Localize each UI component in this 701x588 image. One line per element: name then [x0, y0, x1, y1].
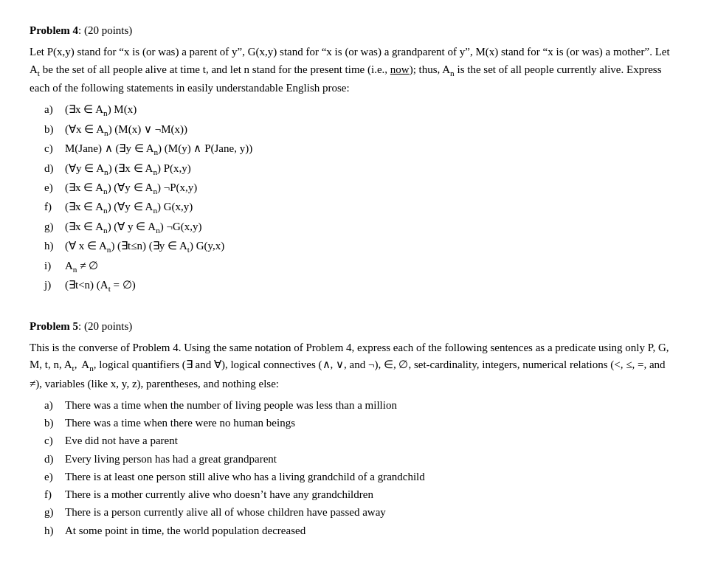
list-item: h) At some point in time, the world popu… [44, 522, 671, 539]
item-label: c) [44, 432, 65, 449]
item-label: b) [44, 121, 65, 139]
problem5-block: Problem 5: (20 points) This is the conve… [30, 318, 671, 539]
problem4-title-text: Problem 4 [30, 24, 78, 36]
list-item: j) (∃t<n) (At = ∅) [44, 277, 671, 295]
problem4-block: Problem 4: (20 points) Let P(x,y) stand … [30, 22, 671, 296]
item-content: (∃x ∈ An) (∀ y ∈ An) ¬G(x,y) [65, 218, 671, 237]
item-label: e) [44, 468, 65, 485]
problem5-points: : (20 points) [78, 320, 132, 332]
problem4-intro: Let P(x,y) stand for “x is (or was) a pa… [30, 44, 671, 97]
item-content: M(Jane) ∧ (∃y ∈ An) (M(y) ∧ P(Jane, y)) [65, 140, 671, 159]
item-content: (∀y ∈ An) (∃x ∈ An) P(x,y) [65, 160, 671, 179]
problem5-title: Problem 5 [30, 320, 78, 332]
item-label: e) [44, 179, 65, 198]
item-label: f) [44, 198, 65, 217]
list-item: i) An ≠ ∅ [44, 257, 671, 276]
problem4-intro-text2: be the set of all people alive at time t… [40, 63, 390, 75]
list-item: f) (∃x ∈ An) (∀y ∈ An) G(x,y) [44, 198, 671, 217]
problem4-intro-underline: now [390, 63, 410, 75]
list-item: e) There is at least one person still al… [44, 468, 671, 485]
item-content: Every living person has had a great gran… [65, 451, 671, 468]
item-label: b) [44, 415, 65, 432]
item-label: g) [44, 218, 65, 237]
list-item: e) (∃x ∈ An) (∀y ∈ An) ¬P(x,y) [44, 179, 671, 198]
item-label: h) [44, 522, 65, 539]
item-label: j) [44, 277, 65, 295]
list-item: c) M(Jane) ∧ (∃y ∈ An) (M(y) ∧ P(Jane, y… [44, 140, 671, 159]
problem4-intro-text3: ); thus, A [410, 63, 450, 75]
list-item: g) There is a person currently alive all… [44, 504, 671, 521]
item-content: (∀x ∈ An) (M(x) ∨ ¬M(x)) [65, 121, 671, 139]
list-item: h) (∀ x ∈ An) (∃t≤n) (∃y ∈ At) G(y,x) [44, 238, 671, 256]
list-item: g) (∃x ∈ An) (∀ y ∈ An) ¬G(x,y) [44, 218, 671, 237]
item-content: Eve did not have a parent [65, 432, 671, 449]
problem5-header: Problem 5: (20 points) [30, 318, 671, 335]
item-label: f) [44, 486, 65, 503]
item-content: (∃x ∈ An) M(x) [65, 101, 671, 120]
problem4-header: Problem 4: (20 points) [30, 22, 671, 39]
item-label: i) [44, 257, 65, 276]
problem4-list: a) (∃x ∈ An) M(x) b) (∀x ∈ An) (M(x) ∨ ¬… [44, 101, 671, 295]
list-item: a) There was a time when the number of l… [44, 397, 671, 414]
item-label: d) [44, 160, 65, 179]
list-item: b) There was a time when there were no h… [44, 415, 671, 432]
item-label: h) [44, 238, 65, 256]
item-content: There is at least one person still alive… [65, 468, 671, 485]
item-content: There is a person currently alive all of… [65, 504, 671, 521]
item-content: An ≠ ∅ [65, 257, 671, 276]
list-item: a) (∃x ∈ An) M(x) [44, 101, 671, 120]
item-content: (∃x ∈ An) (∀y ∈ An) ¬P(x,y) [65, 179, 671, 198]
item-label: a) [44, 397, 65, 414]
item-content: There was a time when the number of livi… [65, 397, 671, 414]
item-label: a) [44, 101, 65, 120]
item-content: (∀ x ∈ An) (∃t≤n) (∃y ∈ At) G(y,x) [65, 238, 671, 256]
item-label: d) [44, 451, 65, 468]
item-content: (∃x ∈ An) (∀y ∈ An) G(x,y) [65, 198, 671, 217]
list-item: d) Every living person has had a great g… [44, 451, 671, 468]
list-item: f) There is a mother currently alive who… [44, 486, 671, 503]
problem5-title-text: Problem 5 [30, 320, 78, 332]
list-item: d) (∀y ∈ An) (∃x ∈ An) P(x,y) [44, 160, 671, 179]
problem4-points: : (20 points) [78, 24, 132, 36]
item-content: (∃t<n) (At = ∅) [65, 277, 671, 295]
problem4-title: Problem 4 [30, 24, 78, 36]
item-content: There was a time when there were no huma… [65, 415, 671, 432]
item-label: g) [44, 504, 65, 521]
list-item: c) Eve did not have a parent [44, 432, 671, 449]
problem5-intro: This is the converse of Problem 4. Using… [30, 339, 671, 392]
item-content: At some point in time, the world populat… [65, 522, 671, 539]
list-item: b) (∀x ∈ An) (M(x) ∨ ¬M(x)) [44, 121, 671, 139]
item-label: c) [44, 140, 65, 159]
item-content: There is a mother currently alive who do… [65, 486, 671, 503]
problem5-list: a) There was a time when the number of l… [44, 397, 671, 539]
